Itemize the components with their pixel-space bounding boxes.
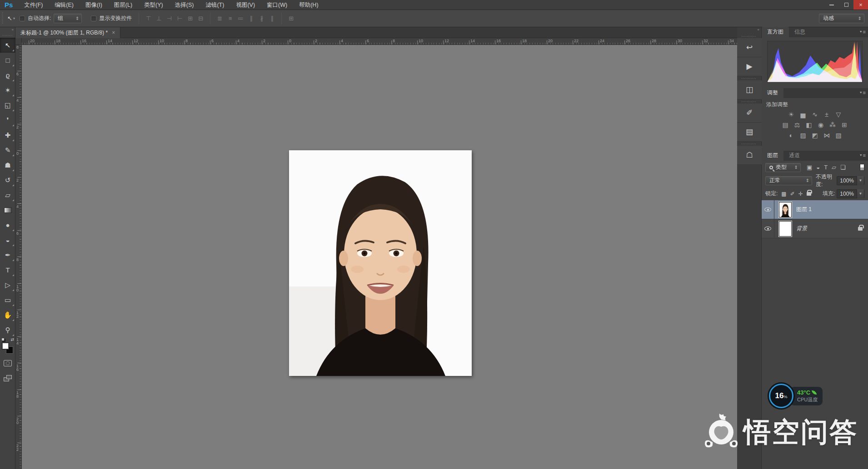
history-panel-icon[interactable]: ↩ [737, 38, 762, 57]
vertical-ruler[interactable]: 8642024681 01 21 41 61 82 02 22 4 [15, 45, 22, 469]
opacity-field[interactable]: 100% ▼ [837, 176, 864, 185]
levels-icon[interactable]: ▅ [797, 110, 809, 119]
hue-saturation-icon[interactable]: ▤ [779, 120, 791, 129]
auto-select-dropdown[interactable]: 组 ⇕ [54, 14, 82, 23]
blend-mode-dropdown[interactable]: 正常 ⇕ [765, 176, 812, 185]
tab-channels[interactable]: 通道 [783, 150, 805, 161]
threshold-icon[interactable]: ◩ [809, 131, 821, 140]
fill-caret-icon[interactable]: ▼ [857, 189, 864, 198]
properties-panel-icon[interactable]: ◫ [737, 80, 762, 99]
menu-item-4[interactable]: 图层(L) [108, 0, 138, 10]
clone-stamp-tool[interactable]: ☗ [0, 158, 15, 173]
menu-item-1[interactable]: 文件(F) [18, 0, 49, 10]
filter-shape-layers-icon[interactable]: ▱ [832, 164, 836, 171]
quick-mask-button[interactable] [0, 355, 15, 370]
align-distribute-icon-1-1[interactable]: ⊞ [185, 15, 195, 22]
filter-adjustment-layers-icon[interactable]: ◒ [816, 164, 820, 171]
menu-item-6[interactable]: 选择(S) [169, 0, 200, 10]
foreground-color[interactable] [2, 342, 9, 350]
lock-position-icon[interactable]: ✛ [798, 191, 803, 197]
canvas-pasteboard[interactable] [22, 45, 737, 469]
align-distribute-icon-0-2[interactable]: ⊣ [164, 15, 175, 22]
exposure-icon[interactable]: ± [821, 110, 833, 119]
color-swatches[interactable]: ⇄ [0, 337, 15, 355]
fill-field[interactable]: 100% ▼ [837, 189, 864, 198]
filter-pixel-layers-icon[interactable]: ▣ [807, 164, 812, 171]
tab-close-icon[interactable]: × [112, 30, 115, 36]
ruler-corner[interactable] [15, 38, 22, 45]
panel-menu-icon[interactable]: ▼≡ [859, 90, 866, 95]
layer-row-background[interactable]: 背景 [762, 219, 868, 238]
curves-icon[interactable]: ∿ [809, 110, 821, 119]
filter-toggle-switch[interactable] [860, 164, 864, 171]
workspace-dropdown[interactable]: 动感 ⇕ [819, 14, 864, 23]
align-distribute-icon-0-1[interactable]: ⊥ [154, 15, 164, 22]
vibrance-icon[interactable]: ▽ [833, 110, 844, 119]
brush-tool[interactable]: ✎ [0, 143, 15, 158]
move-tool[interactable]: ↖ [0, 38, 15, 53]
gradient-map-icon[interactable]: ⋈ [821, 131, 833, 140]
align-distribute-icon-2-4[interactable]: ∦ [256, 15, 267, 22]
panel-menu-icon[interactable]: ▼≡ [859, 29, 866, 35]
history-brush-tool[interactable]: ↺ [0, 173, 15, 188]
menu-item-5[interactable]: 类型(Y) [138, 0, 169, 10]
menu-item-7[interactable]: 滤镜(T) [200, 0, 230, 10]
show-transform-checkbox[interactable] [91, 16, 96, 21]
lock-transparency-icon[interactable]: ▩ [781, 191, 786, 197]
screen-mode-button[interactable] [0, 370, 15, 385]
quick-selection-tool[interactable]: ✶ [0, 83, 15, 98]
menu-item-9[interactable]: 窗口(W) [261, 0, 293, 10]
brightness-contrast-icon[interactable]: ☀ [785, 110, 797, 119]
pen-tool[interactable]: ✒ [0, 247, 15, 262]
align-distribute-icon-1-2[interactable]: ⊟ [195, 15, 206, 22]
minimize-button[interactable] [824, 0, 839, 10]
brush-panel-icon[interactable]: ✐ [737, 104, 762, 123]
align-distribute-icon-3-0[interactable]: ⊞ [286, 15, 296, 22]
posterize-icon[interactable]: ▨ [797, 131, 809, 140]
marquee-tool[interactable]: □ [0, 53, 15, 68]
visibility-toggle[interactable] [762, 200, 774, 219]
align-distribute-icon-1-0[interactable]: ⊢ [175, 15, 185, 22]
layer-row-layer1[interactable]: 图层 1 [762, 200, 868, 219]
filter-smart-objects-icon[interactable]: ❏ [840, 164, 846, 171]
eyedropper-tool[interactable]: ❜ [0, 113, 15, 128]
dodge-tool[interactable]: ◒ [0, 232, 15, 247]
visibility-toggle[interactable] [762, 219, 774, 238]
invert-icon[interactable]: ◐ [785, 131, 797, 140]
hand-tool[interactable]: ✋ [0, 307, 15, 322]
menu-item-3[interactable]: 图像(I) [80, 0, 108, 10]
tab-info[interactable]: 信息 [789, 27, 811, 37]
align-distribute-icon-2-5[interactable]: ∥ [267, 15, 277, 22]
align-distribute-icon-0-0[interactable]: ⊤ [143, 15, 154, 22]
tab-histogram[interactable]: 直方图 [762, 27, 789, 37]
horizontal-ruler[interactable]: 2018161412108642024681012141618202224262… [22, 38, 737, 45]
toolbar-collapse-button[interactable]: » [0, 27, 15, 34]
selective-color-icon[interactable]: ▧ [833, 131, 844, 140]
photo-filter-icon[interactable]: ◉ [815, 120, 827, 129]
type-tool[interactable]: T [0, 262, 15, 277]
align-distribute-icon-2-0[interactable]: ≣ [215, 15, 225, 22]
maximize-button[interactable] [839, 0, 853, 10]
auto-select-checkbox[interactable] [20, 16, 25, 21]
crop-tool[interactable]: ◱ [0, 98, 15, 113]
panel-menu-icon[interactable]: ▼≡ [859, 153, 866, 158]
lock-all-icon[interactable] [807, 192, 811, 196]
menu-item-8[interactable]: 视图(V) [230, 0, 261, 10]
align-distribute-icon-2-3[interactable]: ∥ [246, 15, 256, 22]
rectangle-tool[interactable]: ▭ [0, 292, 15, 307]
path-selection-tool[interactable]: ▷ [0, 277, 15, 292]
zoom-tool[interactable]: ⚲ [0, 322, 15, 337]
lock-pixels-icon[interactable]: ✐ [790, 191, 795, 197]
layer-thumbnail[interactable] [779, 202, 792, 217]
move-tool-preset-icon[interactable]: ↖ [7, 15, 12, 22]
menu-item-2[interactable]: 编辑(E) [49, 0, 80, 10]
brush-presets-panel-icon[interactable]: ▤ [737, 123, 762, 142]
tab-layers[interactable]: 图层 [762, 150, 783, 161]
preset-caret-icon[interactable]: ▾ [13, 16, 15, 20]
layer-thumbnail[interactable] [779, 221, 792, 237]
close-button[interactable]: × [853, 0, 868, 10]
actions-panel-icon[interactable]: ▶ [737, 57, 762, 76]
channel-mixer-icon[interactable]: ⁂ [827, 120, 838, 129]
filter-type-layers-icon[interactable]: T [824, 164, 828, 171]
layer-name[interactable]: 背景 [796, 225, 807, 232]
